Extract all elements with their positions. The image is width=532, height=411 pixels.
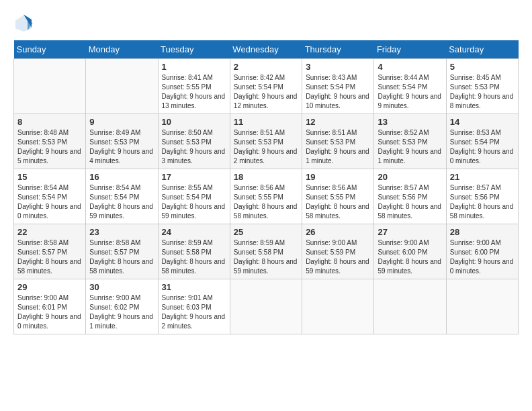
calendar-week-row: 1Sunrise: 8:41 AMSunset: 5:55 PMDaylight… bbox=[14, 59, 519, 114]
day-number: 16 bbox=[89, 172, 154, 182]
calendar-day-cell: 11Sunrise: 8:51 AMSunset: 5:53 PMDayligh… bbox=[230, 114, 302, 169]
day-number: 19 bbox=[306, 172, 370, 182]
calendar-day-cell: 1Sunrise: 8:41 AMSunset: 5:55 PMDaylight… bbox=[158, 59, 230, 114]
day-number: 27 bbox=[378, 227, 442, 237]
day-info: Sunrise: 9:01 AMSunset: 6:03 PMDaylight:… bbox=[162, 293, 226, 331]
page-header bbox=[13, 13, 519, 34]
calendar-day-cell: 14Sunrise: 8:53 AMSunset: 5:54 PMDayligh… bbox=[446, 114, 518, 169]
calendar-day-cell bbox=[374, 279, 446, 334]
logo bbox=[13, 13, 36, 34]
day-number: 17 bbox=[162, 172, 226, 182]
calendar-day-cell: 29Sunrise: 9:00 AMSunset: 6:01 PMDayligh… bbox=[14, 279, 86, 334]
day-number: 5 bbox=[450, 62, 515, 72]
day-number: 9 bbox=[89, 117, 154, 127]
calendar-day-cell: 19Sunrise: 8:56 AMSunset: 5:55 PMDayligh… bbox=[302, 169, 374, 224]
day-info: Sunrise: 8:57 AMSunset: 5:56 PMDaylight:… bbox=[450, 183, 515, 221]
day-info: Sunrise: 8:59 AMSunset: 5:58 PMDaylight:… bbox=[162, 238, 226, 276]
day-info: Sunrise: 8:48 AMSunset: 5:53 PMDaylight:… bbox=[17, 128, 82, 166]
calendar-day-cell: 24Sunrise: 8:59 AMSunset: 5:58 PMDayligh… bbox=[158, 224, 230, 279]
day-number: 3 bbox=[306, 62, 370, 72]
calendar-day-cell: 16Sunrise: 8:54 AMSunset: 5:54 PMDayligh… bbox=[86, 169, 158, 224]
calendar-day-cell: 21Sunrise: 8:57 AMSunset: 5:56 PMDayligh… bbox=[446, 169, 518, 224]
day-info: Sunrise: 9:00 AMSunset: 6:00 PMDaylight:… bbox=[450, 238, 515, 276]
day-number: 29 bbox=[17, 282, 82, 292]
day-number: 26 bbox=[306, 227, 370, 237]
day-number: 22 bbox=[17, 227, 82, 237]
day-info: Sunrise: 8:54 AMSunset: 5:54 PMDaylight:… bbox=[17, 183, 82, 221]
day-info: Sunrise: 9:00 AMSunset: 6:02 PMDaylight:… bbox=[89, 293, 154, 331]
calendar-day-cell bbox=[302, 279, 374, 334]
day-number: 11 bbox=[234, 117, 298, 127]
calendar-table: SundayMondayTuesdayWednesdayThursdayFrid… bbox=[13, 40, 519, 334]
day-info: Sunrise: 8:53 AMSunset: 5:54 PMDaylight:… bbox=[450, 128, 515, 166]
day-number: 30 bbox=[89, 282, 154, 292]
calendar-day-cell: 23Sunrise: 8:58 AMSunset: 5:57 PMDayligh… bbox=[86, 224, 158, 279]
weekday-header: Monday bbox=[86, 40, 158, 59]
calendar-week-row: 29Sunrise: 9:00 AMSunset: 6:01 PMDayligh… bbox=[14, 279, 519, 334]
day-number: 4 bbox=[378, 62, 442, 72]
day-info: Sunrise: 8:45 AMSunset: 5:53 PMDaylight:… bbox=[450, 73, 515, 111]
calendar-day-cell: 15Sunrise: 8:54 AMSunset: 5:54 PMDayligh… bbox=[14, 169, 86, 224]
weekday-header: Tuesday bbox=[158, 40, 230, 59]
day-info: Sunrise: 9:00 AMSunset: 6:01 PMDaylight:… bbox=[17, 293, 82, 331]
day-number: 21 bbox=[450, 172, 515, 182]
calendar-week-row: 15Sunrise: 8:54 AMSunset: 5:54 PMDayligh… bbox=[14, 169, 519, 224]
day-info: Sunrise: 8:58 AMSunset: 5:57 PMDaylight:… bbox=[17, 238, 82, 276]
day-number: 1 bbox=[162, 62, 226, 72]
calendar-day-cell: 9Sunrise: 8:49 AMSunset: 5:53 PMDaylight… bbox=[86, 114, 158, 169]
calendar-day-cell: 28Sunrise: 9:00 AMSunset: 6:00 PMDayligh… bbox=[446, 224, 518, 279]
calendar-day-cell: 13Sunrise: 8:52 AMSunset: 5:53 PMDayligh… bbox=[374, 114, 446, 169]
day-number: 24 bbox=[162, 227, 226, 237]
day-info: Sunrise: 8:44 AMSunset: 5:54 PMDaylight:… bbox=[378, 73, 442, 111]
day-number: 12 bbox=[306, 117, 370, 127]
day-number: 18 bbox=[234, 172, 298, 182]
weekday-header: Friday bbox=[374, 40, 446, 59]
calendar-week-row: 22Sunrise: 8:58 AMSunset: 5:57 PMDayligh… bbox=[14, 224, 519, 279]
calendar-day-cell: 5Sunrise: 8:45 AMSunset: 5:53 PMDaylight… bbox=[446, 59, 518, 114]
day-info: Sunrise: 9:00 AMSunset: 6:00 PMDaylight:… bbox=[378, 238, 442, 276]
calendar-day-cell: 17Sunrise: 8:55 AMSunset: 5:54 PMDayligh… bbox=[158, 169, 230, 224]
calendar-day-cell bbox=[86, 59, 158, 114]
day-info: Sunrise: 8:43 AMSunset: 5:54 PMDaylight:… bbox=[306, 73, 370, 111]
day-info: Sunrise: 8:56 AMSunset: 5:55 PMDaylight:… bbox=[234, 183, 298, 221]
day-number: 20 bbox=[378, 172, 442, 182]
calendar-day-cell: 20Sunrise: 8:57 AMSunset: 5:56 PMDayligh… bbox=[374, 169, 446, 224]
calendar-day-cell: 12Sunrise: 8:51 AMSunset: 5:53 PMDayligh… bbox=[302, 114, 374, 169]
day-number: 25 bbox=[234, 227, 298, 237]
logo-icon bbox=[13, 13, 34, 34]
calendar-day-cell: 8Sunrise: 8:48 AMSunset: 5:53 PMDaylight… bbox=[14, 114, 86, 169]
day-info: Sunrise: 8:54 AMSunset: 5:54 PMDaylight:… bbox=[89, 183, 154, 221]
day-info: Sunrise: 8:57 AMSunset: 5:56 PMDaylight:… bbox=[378, 183, 442, 221]
calendar-day-cell: 3Sunrise: 8:43 AMSunset: 5:54 PMDaylight… bbox=[302, 59, 374, 114]
day-number: 31 bbox=[162, 282, 226, 292]
calendar-day-cell: 2Sunrise: 8:42 AMSunset: 5:54 PMDaylight… bbox=[230, 59, 302, 114]
weekday-header: Sunday bbox=[14, 40, 86, 59]
weekday-header: Wednesday bbox=[230, 40, 302, 59]
day-info: Sunrise: 8:50 AMSunset: 5:53 PMDaylight:… bbox=[162, 128, 226, 166]
calendar-day-cell: 18Sunrise: 8:56 AMSunset: 5:55 PMDayligh… bbox=[230, 169, 302, 224]
day-info: Sunrise: 9:00 AMSunset: 5:59 PMDaylight:… bbox=[306, 238, 370, 276]
day-number: 15 bbox=[17, 172, 82, 182]
day-info: Sunrise: 8:41 AMSunset: 5:55 PMDaylight:… bbox=[162, 73, 226, 111]
day-info: Sunrise: 8:51 AMSunset: 5:53 PMDaylight:… bbox=[306, 128, 370, 166]
calendar-day-cell: 26Sunrise: 9:00 AMSunset: 5:59 PMDayligh… bbox=[302, 224, 374, 279]
calendar-day-cell bbox=[446, 279, 518, 334]
day-number: 13 bbox=[378, 117, 442, 127]
day-info: Sunrise: 8:49 AMSunset: 5:53 PMDaylight:… bbox=[89, 128, 154, 166]
weekday-header: Thursday bbox=[302, 40, 374, 59]
day-info: Sunrise: 8:42 AMSunset: 5:54 PMDaylight:… bbox=[234, 73, 298, 111]
day-number: 10 bbox=[162, 117, 226, 127]
day-number: 28 bbox=[450, 227, 515, 237]
calendar-day-cell bbox=[14, 59, 86, 114]
day-number: 8 bbox=[17, 117, 82, 127]
day-number: 23 bbox=[89, 227, 154, 237]
calendar-day-cell: 4Sunrise: 8:44 AMSunset: 5:54 PMDaylight… bbox=[374, 59, 446, 114]
day-info: Sunrise: 8:51 AMSunset: 5:53 PMDaylight:… bbox=[234, 128, 298, 166]
calendar-day-cell: 25Sunrise: 8:59 AMSunset: 5:58 PMDayligh… bbox=[230, 224, 302, 279]
calendar-day-cell bbox=[230, 279, 302, 334]
calendar-day-cell: 30Sunrise: 9:00 AMSunset: 6:02 PMDayligh… bbox=[86, 279, 158, 334]
calendar-day-cell: 31Sunrise: 9:01 AMSunset: 6:03 PMDayligh… bbox=[158, 279, 230, 334]
day-info: Sunrise: 8:55 AMSunset: 5:54 PMDaylight:… bbox=[162, 183, 226, 221]
calendar-week-row: 8Sunrise: 8:48 AMSunset: 5:53 PMDaylight… bbox=[14, 114, 519, 169]
day-info: Sunrise: 8:56 AMSunset: 5:55 PMDaylight:… bbox=[306, 183, 370, 221]
